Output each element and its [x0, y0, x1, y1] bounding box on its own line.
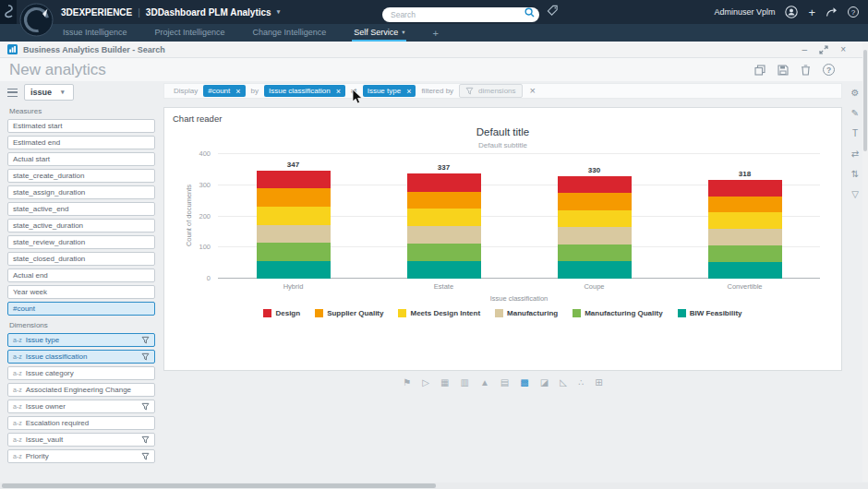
legend-item-manufacturing[interactable]: Manufacturing [495, 309, 558, 317]
bar-total-label: 330 [588, 166, 600, 174]
legend-item-meets-design-intent[interactable]: Meets Design Intent [398, 309, 480, 317]
dimension-item-priority[interactable]: a-zPriority [7, 449, 155, 463]
filter-icon[interactable]: ▽ [851, 190, 859, 199]
measure-item-state-create-duration[interactable]: state_create_duration [7, 169, 155, 183]
filter-icon[interactable] [141, 435, 150, 444]
chip-issue-type[interactable]: Issue type× [363, 85, 416, 97]
save-icon[interactable] [778, 65, 789, 76]
compass-logo[interactable] [19, 3, 54, 41]
table-icon[interactable]: ▦ [440, 378, 449, 388]
close-icon[interactable]: × [235, 89, 240, 94]
filter-icon[interactable] [141, 352, 150, 361]
measure-item-state-closed-duration[interactable]: state_closed_duration [7, 252, 155, 266]
horizontal-scrollbar[interactable] [0, 483, 868, 489]
account-icon[interactable] [785, 6, 798, 18]
filter-icon[interactable] [141, 336, 150, 344]
close-icon[interactable]: × [840, 45, 846, 54]
legend-item-manufacturing-quality[interactable]: Manufacturing Quality [573, 309, 662, 317]
search-bar [382, 5, 539, 19]
bar-slot-estate: 337 [368, 154, 519, 279]
vertical-scrollbar[interactable] [862, 42, 868, 482]
pyramid-chart-icon[interactable]: ▲ [480, 378, 489, 388]
minimize-icon[interactable]: – [802, 45, 808, 54]
tab-project-intelligence[interactable]: Project Intelligence [153, 24, 227, 42]
measure-item-year-week[interactable]: Year week [7, 285, 155, 299]
horizontal-scrollbar-thumb[interactable] [2, 483, 436, 488]
line-chart-icon[interactable]: ◺ [560, 378, 567, 388]
grid-icon[interactable]: ⊞ [595, 378, 602, 388]
chip-issue-classification[interactable]: Issue classification× [264, 85, 345, 97]
presentation-icon[interactable]: ▷ [422, 378, 429, 388]
legend-item-design[interactable]: Design [263, 309, 300, 317]
tag-icon[interactable] [547, 5, 559, 17]
chip-label: Issue classification [269, 87, 331, 95]
measure-item-estimated-end[interactable]: Estimated end [7, 136, 155, 149]
vertical-scrollbar-thumb[interactable] [863, 50, 867, 151]
bar-segment-meets-design-intent [558, 210, 632, 228]
tab-label: Project Intelligence [155, 28, 225, 37]
search-icon[interactable] [524, 7, 535, 18]
histogram-icon[interactable]: ▤ [500, 378, 509, 388]
bar-chart-icon[interactable]: ▥ [460, 378, 468, 388]
dimensions-list: a-zIssue typea-zIssue classificationa-zI… [7, 333, 155, 463]
measure-item-estimated-start[interactable]: Estimated start [7, 119, 155, 133]
count-chip[interactable]: #count × [203, 85, 245, 97]
menu-icon[interactable] [7, 89, 18, 97]
text-icon[interactable]: T [852, 129, 858, 138]
tab-self-service[interactable]: Self Service▾ [352, 24, 406, 42]
dimension-filter-placeholder[interactable]: dimensions [459, 84, 522, 98]
settings-icon[interactable]: ⚙ [851, 89, 860, 98]
brand[interactable]: 3DEXPERIENCE | 3DDashboard PLM Analytics… [61, 7, 280, 18]
add-content-icon[interactable]: + [808, 6, 815, 18]
swap-icon[interactable]: ⇄ [351, 87, 357, 95]
legend-item-supplier-quality[interactable]: Supplier Quality [315, 309, 383, 317]
measure-item-state-active-end[interactable]: state_active_end [7, 202, 155, 216]
stacked-bar-chart-icon[interactable]: ▩ [520, 378, 528, 388]
clear-filter-icon[interactable]: × [530, 86, 536, 96]
page-help-icon[interactable]: ? [823, 64, 835, 76]
filter-icon[interactable] [141, 452, 150, 460]
pareto-chart-icon[interactable]: ◪ [540, 378, 549, 388]
delete-icon[interactable] [801, 65, 811, 76]
bar-slot-convertible: 318 [669, 154, 820, 279]
scatter-chart-icon[interactable]: ∴ [578, 378, 584, 388]
dimension-item-issue-classification[interactable]: a-zIssue classification [7, 350, 155, 364]
tab-change-intelligence[interactable]: Change Intelligence [251, 24, 329, 42]
share-icon[interactable] [826, 6, 838, 18]
source-selector[interactable]: issue ▾ [24, 84, 74, 101]
measure-item-state-assign-duration[interactable]: state_assign_duration [7, 185, 155, 199]
measure-item-count[interactable]: #count [7, 302, 155, 316]
ds-logo-tile[interactable] [0, 0, 17, 24]
bars-row: 347337330318 [218, 154, 820, 279]
dimension-item-issue-owner[interactable]: a-zIssue owner [7, 400, 155, 413]
legend-item-biw-feasibility[interactable]: BIW Feasibility [678, 309, 742, 317]
sort-az-label: a-z [13, 387, 22, 393]
dimension-item-issue-category[interactable]: a-zIssue category [7, 366, 155, 380]
user-name[interactable]: Adminuser Vplm [714, 7, 775, 17]
dimension-item-issue-vault[interactable]: a-zIssue_vault [7, 433, 155, 447]
expand-icon[interactable] [819, 45, 828, 54]
close-icon[interactable]: × [406, 89, 411, 94]
bar-segment-manufacturing-quality [257, 243, 331, 261]
search-input[interactable] [382, 7, 539, 22]
close-icon[interactable]: × [336, 89, 341, 94]
swap-horizontal-icon[interactable]: ⇄ [851, 149, 859, 159]
filter-icon[interactable] [141, 402, 150, 411]
measure-item-state-active-duration[interactable]: state_active_duration [7, 219, 155, 233]
measure-item-state-review-duration[interactable]: state_review_duration [7, 235, 155, 249]
source-selector-value: issue [30, 88, 52, 97]
screen: 3DEXPERIENCE | 3DDashboard PLM Analytics… [0, 0, 868, 489]
dimension-item-escalation-required[interactable]: a-zEscalation required [7, 416, 155, 430]
measure-item-actual-end[interactable]: Actual end [7, 268, 155, 282]
bar-segment-manufacturing-quality [708, 245, 782, 262]
help-icon[interactable]: ? [848, 6, 859, 18]
add-tab-button[interactable]: + [430, 28, 440, 42]
tab-issue-intelligence[interactable]: Issue Intelligence [61, 24, 129, 42]
dimension-item-associated-engineering-change[interactable]: a-zAssociated Engineering Change [7, 383, 155, 397]
swap-vertical-icon[interactable]: ⇅ [851, 170, 859, 179]
edit-icon[interactable]: ✎ [851, 109, 859, 118]
dimension-item-issue-type[interactable]: a-zIssue type [7, 333, 155, 347]
pin-icon[interactable]: ⚑ [403, 378, 411, 388]
duplicate-icon[interactable] [754, 65, 766, 76]
measure-item-actual-start[interactable]: Actual start [7, 152, 155, 166]
